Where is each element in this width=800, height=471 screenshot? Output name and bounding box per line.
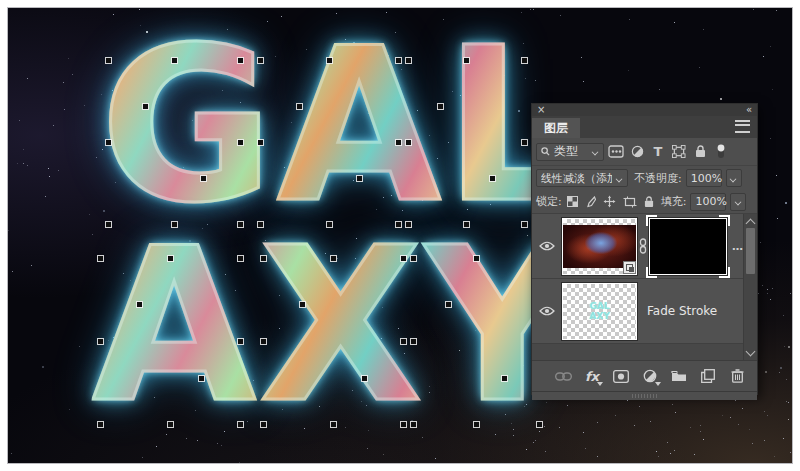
anchor-point[interactable] [474, 422, 479, 427]
anchor-point[interactable] [199, 376, 204, 381]
anchor-point[interactable] [411, 256, 416, 261]
blend-mode-dropdown[interactable]: 线性减淡（添加） [536, 169, 628, 187]
eye-icon[interactable] [532, 241, 562, 251]
panel-menu-icon[interactable] [735, 120, 750, 133]
opacity-dropdown-button[interactable] [726, 169, 742, 187]
layer-thumbnail-galaxy[interactable] [562, 218, 637, 275]
anchor-point[interactable] [261, 339, 266, 344]
anchor-point[interactable] [238, 58, 243, 63]
collapse-panel-icon[interactable]: « [746, 105, 752, 115]
filter-type-dropdown[interactable]: 类型 [536, 143, 604, 161]
anchor-point[interactable] [297, 104, 302, 109]
lock-position-icon[interactable] [602, 193, 618, 211]
opacity-value-field[interactable]: 100% [686, 169, 722, 187]
anchor-point[interactable] [396, 58, 401, 63]
anchor-point[interactable] [502, 376, 507, 381]
anchor-point[interactable] [261, 256, 266, 261]
anchor-point[interactable] [406, 58, 411, 63]
fx-icon[interactable]: fx [582, 366, 602, 386]
anchor-point[interactable] [106, 58, 111, 63]
lock-transparency-icon[interactable] [566, 193, 580, 211]
lock-pixels-icon[interactable] [584, 193, 598, 211]
anchor-point[interactable] [238, 339, 243, 344]
adjustment-icon[interactable] [640, 366, 660, 386]
anchor-point[interactable] [411, 339, 416, 344]
anchor-point[interactable] [406, 140, 411, 145]
link-layers-icon[interactable] [553, 366, 573, 386]
anchor-point[interactable] [327, 58, 332, 63]
anchor-point[interactable] [537, 422, 542, 427]
anchor-point[interactable] [258, 58, 263, 63]
scroll-up-icon[interactable] [746, 217, 755, 226]
anchor-point[interactable] [238, 256, 243, 261]
fill-dropdown-button[interactable] [730, 193, 746, 211]
anchor-point[interactable] [396, 222, 401, 227]
scroll-down-icon[interactable] [746, 348, 755, 357]
anchor-point[interactable] [401, 256, 406, 261]
anchor-point[interactable] [168, 256, 173, 261]
close-icon[interactable]: × [537, 105, 545, 115]
anchor-point[interactable] [168, 422, 173, 427]
anchor-point[interactable] [98, 422, 103, 427]
anchor-point[interactable] [300, 302, 305, 307]
smart-object-filter-icon[interactable] [691, 143, 709, 161]
anchor-point[interactable] [258, 222, 263, 227]
anchor-point[interactable] [474, 256, 479, 261]
anchor-point[interactable] [258, 140, 263, 145]
anchor-point[interactable] [401, 339, 406, 344]
anchor-point[interactable] [98, 339, 103, 344]
anchor-point[interactable] [98, 256, 103, 261]
scrollbar-thumb[interactable] [746, 228, 755, 274]
tab-layers[interactable]: 图层 [532, 118, 580, 138]
anchor-point[interactable] [522, 140, 527, 145]
layer-row-smart-object[interactable]: … [532, 214, 746, 279]
add-mask-icon[interactable] [611, 366, 631, 386]
anchor-point[interactable] [327, 222, 332, 227]
anchor-point[interactable] [438, 104, 443, 109]
anchor-point[interactable] [464, 222, 469, 227]
layer-mask-thumbnail[interactable] [649, 218, 727, 275]
pixel-layer-filter-icon[interactable] [607, 143, 625, 161]
anchor-point[interactable] [238, 422, 243, 427]
anchor-point[interactable] [172, 222, 177, 227]
adjustment-layer-filter-icon[interactable] [628, 143, 646, 161]
anchor-point[interactable] [490, 176, 495, 181]
anchor-point[interactable] [522, 222, 527, 227]
anchor-point[interactable] [201, 176, 206, 181]
layer-row-fade-stroke[interactable]: GAL AXY Fade Stroke [532, 279, 746, 344]
anchor-point[interactable] [357, 176, 362, 181]
layer-name[interactable]: Fade Stroke [647, 304, 717, 318]
anchor-point[interactable] [143, 104, 148, 109]
shape-layer-filter-icon[interactable] [670, 143, 688, 161]
anchor-point[interactable] [362, 376, 367, 381]
eye-icon[interactable] [532, 306, 562, 316]
layers-scrollbar[interactable] [743, 214, 757, 360]
fill-value-field[interactable]: 100% [690, 193, 726, 211]
lock-all-icon[interactable] [642, 193, 656, 211]
anchor-point[interactable] [401, 422, 406, 427]
anchor-point[interactable] [106, 222, 111, 227]
anchor-point[interactable] [137, 302, 142, 307]
lock-artboard-icon[interactable] [622, 193, 638, 211]
anchor-point[interactable] [446, 302, 451, 307]
anchor-point[interactable] [238, 222, 243, 227]
delete-icon[interactable] [727, 366, 747, 386]
anchor-point[interactable] [406, 222, 411, 227]
anchor-point[interactable] [331, 422, 336, 427]
panel-resize-grip[interactable] [532, 392, 757, 400]
link-mask-icon[interactable] [638, 238, 648, 254]
anchor-point[interactable] [331, 256, 336, 261]
filter-toggle-icon[interactable] [712, 143, 730, 161]
group-icon[interactable] [669, 366, 689, 386]
layer-thumbnail-fade-stroke[interactable]: GAL AXY [562, 283, 637, 340]
anchor-point[interactable] [522, 58, 527, 63]
anchor-point[interactable] [106, 140, 111, 145]
anchor-point[interactable] [172, 58, 177, 63]
anchor-point[interactable] [238, 140, 243, 145]
anchor-point[interactable] [464, 58, 469, 63]
new-layer-icon[interactable] [698, 366, 718, 386]
type-layer-filter-icon[interactable]: T [649, 143, 667, 161]
anchor-point[interactable] [411, 422, 416, 427]
anchor-point[interactable] [396, 140, 401, 145]
anchor-point[interactable] [261, 422, 266, 427]
